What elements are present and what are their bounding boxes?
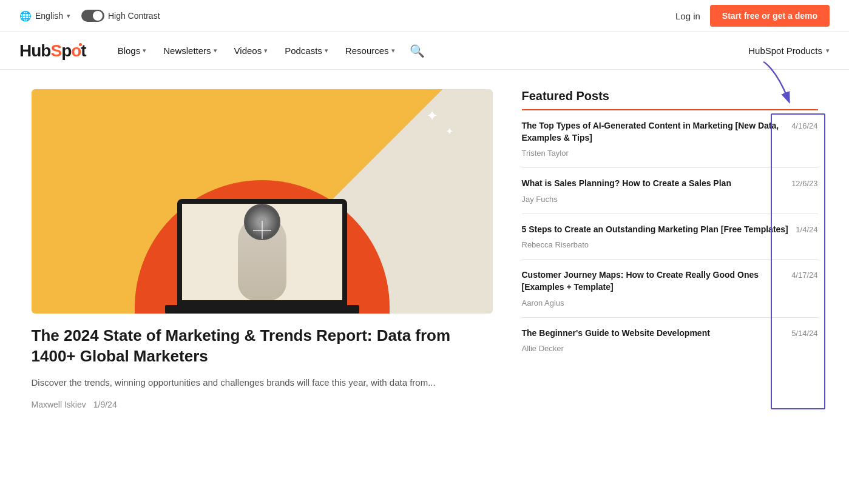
post-author: Rebecca Riserbato [522, 240, 791, 249]
contrast-label: High Contrast [108, 11, 160, 21]
nav-blogs[interactable]: Blogs ▾ [110, 41, 154, 61]
post-date: 4/17/24 [791, 269, 817, 280]
post-date: 12/6/23 [791, 178, 817, 188]
post-title: 5 Steps to Create an Outstanding Marketi… [522, 224, 791, 236]
chevron-down-icon: ▾ [143, 47, 146, 55]
nav-videos[interactable]: Videos ▾ [227, 41, 276, 61]
chevron-down-icon: ▾ [264, 47, 268, 55]
topbar-right: Log in Start free or get a demo [675, 5, 830, 27]
list-item[interactable]: 5 Steps to Create an Outstanding Marketi… [522, 214, 818, 260]
chevron-down-icon: ▾ [391, 47, 395, 55]
hubspot-logo: HubSpot [19, 41, 86, 61]
post-author: Jay Fuchs [522, 195, 787, 204]
language-label: English [35, 11, 63, 21]
globe-icon: 🌐 [19, 10, 32, 22]
sparkle-icon: ✦ [445, 126, 453, 137]
main-content: ✦ ✦ The 2024 State of Marketing & Trends… [12, 70, 837, 409]
nav-newsletters[interactable]: Newsletters ▾ [156, 41, 224, 61]
post-author: Aaron Agius [522, 298, 787, 307]
sparkle-icon: ✦ [426, 107, 438, 124]
featured-posts-panel: Featured Posts The Top Types of AI-Gener… [522, 89, 818, 409]
post-date: 1/4/24 [796, 224, 817, 234]
article-meta: Maxwell Iskiev 1/9/24 [32, 400, 493, 409]
article-author: Maxwell Iskiev [32, 400, 86, 409]
contrast-toggle[interactable]: High Contrast [81, 10, 160, 22]
language-selector[interactable]: 🌐 English ▾ [19, 10, 70, 22]
post-author: Tristen Taylor [522, 149, 787, 158]
chevron-down-icon: ▾ [826, 47, 830, 55]
toggle-switch[interactable] [81, 10, 104, 22]
hubspot-products-nav[interactable]: HubSpot Products ▾ [748, 45, 830, 56]
post-title: The Top Types of AI-Generated Content in… [522, 120, 787, 144]
list-item[interactable]: The Beginner's Guide to Website Developm… [522, 318, 818, 363]
chevron-down-icon: ▾ [214, 47, 217, 55]
article-date: 1/9/24 [93, 400, 117, 409]
list-item[interactable]: What is Sales Planning? How to Create a … [522, 168, 818, 214]
list-item[interactable]: Customer Journey Maps: How to Create Rea… [522, 260, 818, 317]
chevron-down-icon: ▾ [325, 47, 328, 55]
search-icon[interactable]: 🔍 [410, 44, 425, 58]
post-title: The Beginner's Guide to Website Developm… [522, 328, 787, 340]
nav-items: Blogs ▾ Newsletters ▾ Videos ▾ Podcasts … [110, 41, 744, 61]
cta-button[interactable]: Start free or get a demo [710, 5, 830, 27]
post-title: Customer Journey Maps: How to Create Rea… [522, 269, 787, 293]
article-title: The 2024 State of Marketing & Trends Rep… [32, 326, 493, 367]
post-date: 4/16/24 [791, 120, 817, 130]
navbar: HubSpot Blogs ▾ Newsletters ▾ Videos ▾ P… [0, 32, 849, 70]
post-title: What is Sales Planning? How to Create a … [522, 178, 787, 190]
login-link[interactable]: Log in [675, 11, 700, 21]
nav-podcasts[interactable]: Podcasts ▾ [277, 41, 336, 61]
post-author: Allie Decker [522, 344, 787, 353]
topbar-left: 🌐 English ▾ High Contrast [19, 10, 160, 22]
hero-image: ✦ ✦ [32, 89, 493, 314]
topbar: 🌐 English ▾ High Contrast Log in Start f… [0, 0, 849, 32]
chevron-down-icon: ▾ [67, 12, 70, 20]
featured-article: ✦ ✦ The 2024 State of Marketing & Trends… [32, 89, 493, 409]
arrow-annotation [757, 56, 794, 106]
article-excerpt: Discover the trends, winning opportuniti… [32, 375, 493, 390]
list-item[interactable]: The Top Types of AI-Generated Content in… [522, 110, 818, 168]
post-date: 5/14/24 [791, 328, 817, 338]
nav-resources[interactable]: Resources ▾ [338, 41, 402, 61]
